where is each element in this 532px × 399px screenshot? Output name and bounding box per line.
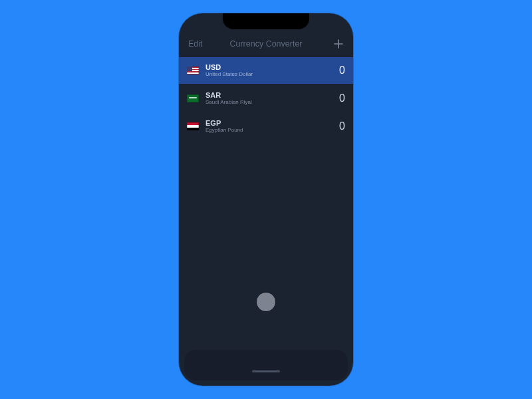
home-indicator[interactable] (252, 370, 280, 372)
currency-row-egp[interactable]: EGP Egyptian Pound 0 (179, 113, 353, 140)
currency-name: Egyptian Pound (205, 128, 332, 134)
currency-value: 0 (332, 65, 345, 76)
edit-button[interactable]: Edit (188, 39, 203, 49)
currency-value: 0 (332, 92, 345, 104)
navbar: Edit Currency Converter (179, 36, 353, 52)
currency-code: SAR (205, 91, 332, 99)
plus-icon (334, 39, 343, 49)
page-title: Currency Converter (179, 39, 353, 49)
currency-labels: EGP Egyptian Pound (205, 119, 332, 134)
device-notch (223, 13, 309, 29)
currency-name: Saudi Arabian Riyal (205, 100, 332, 106)
phone-frame: Edit Currency Converter USD United State… (179, 13, 353, 386)
currency-value: 0 (332, 120, 345, 132)
currency-list: USD United States Dollar 0 SAR Saudi Ara… (179, 57, 353, 140)
touch-indicator (257, 293, 275, 311)
currency-code: USD (205, 63, 332, 71)
currency-code: EGP (205, 119, 332, 127)
flag-icon (187, 122, 199, 130)
currency-row-usd[interactable]: USD United States Dollar 0 (179, 57, 353, 84)
dock-background (184, 350, 348, 380)
flag-icon (187, 94, 199, 102)
add-button[interactable] (333, 39, 344, 49)
currency-labels: USD United States Dollar (205, 63, 332, 78)
currency-row-sar[interactable]: SAR Saudi Arabian Riyal 0 (179, 85, 353, 112)
currency-labels: SAR Saudi Arabian Riyal (205, 91, 332, 106)
currency-name: United States Dollar (205, 72, 332, 78)
stage: Edit Currency Converter USD United State… (0, 0, 532, 399)
flag-icon (187, 66, 199, 74)
